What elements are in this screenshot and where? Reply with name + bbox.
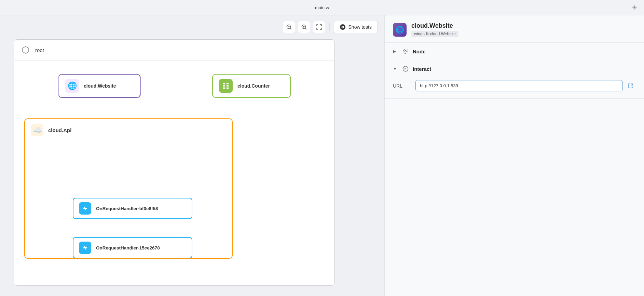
url-field-row: URL	[393, 80, 636, 91]
root-header: root	[14, 40, 334, 61]
svg-rect-17	[223, 85, 225, 87]
node-handler-1[interactable]: OnRequestHandler-bf0e8f58	[73, 198, 192, 219]
interact-section: ▼ Interact URL	[385, 60, 644, 99]
svg-point-25	[405, 51, 407, 52]
svg-line-1	[290, 28, 291, 29]
node-section-icon	[402, 48, 409, 55]
node-section: ▶ Node	[385, 43, 644, 60]
panel-header-icon: 🌐	[393, 23, 407, 37]
canvas-content: root 🌐 cloud.Website	[14, 39, 378, 289]
svg-rect-21	[227, 88, 229, 89]
handler1-icon	[79, 202, 91, 215]
settings-icon[interactable]: ☀	[632, 4, 637, 11]
api-header: ☁️ cloud.Api	[25, 119, 232, 141]
api-label: cloud.Api	[48, 127, 71, 133]
svg-rect-20	[227, 85, 229, 87]
node-section-toggle: ▶	[393, 49, 398, 54]
main-layout: Show tests	[0, 15, 644, 296]
interact-section-icon	[402, 65, 409, 73]
api-icon: ☁️	[31, 124, 43, 136]
toolbar-divider	[329, 23, 330, 31]
svg-point-24	[403, 49, 408, 54]
svg-rect-19	[227, 83, 229, 85]
root-label: root	[35, 47, 44, 53]
zoom-in-button[interactable]	[298, 21, 310, 33]
root-container: root 🌐 cloud.Website	[14, 39, 335, 286]
svg-rect-16	[223, 83, 225, 85]
svg-marker-22	[83, 206, 87, 211]
svg-line-4	[305, 28, 306, 29]
zoom-out-button[interactable]	[283, 21, 295, 33]
eye-icon	[340, 24, 346, 30]
svg-rect-18	[223, 88, 225, 89]
title-bar: main.w ☀	[0, 0, 644, 15]
handler1-label: OnRequestHandler-bf0e8f58	[96, 206, 158, 211]
show-tests-label: Show tests	[348, 24, 372, 30]
website-label: cloud.Website	[84, 83, 116, 89]
interact-section-header[interactable]: ▼ Interact	[385, 60, 644, 77]
root-icon	[20, 44, 31, 55]
toolbar: Show tests	[283, 21, 378, 33]
right-panel: 🌐 cloud.Website wingsdk.cloud.Website ▶ …	[384, 15, 644, 296]
window-title: main.w	[315, 5, 329, 10]
counter-label: cloud.Counter	[237, 83, 270, 89]
panel-title: cloud.Website	[411, 22, 458, 29]
handler2-icon	[79, 242, 91, 254]
url-input-wrapper	[415, 80, 636, 91]
svg-point-9	[342, 27, 343, 28]
interact-section-title: Interact	[413, 66, 431, 72]
website-globe-icon: 🌐	[68, 81, 77, 90]
url-input[interactable]	[415, 80, 623, 91]
interact-section-toggle: ▼	[393, 66, 398, 71]
show-tests-button[interactable]: Show tests	[334, 21, 378, 33]
fit-screen-button[interactable]	[313, 21, 325, 33]
svg-marker-23	[83, 245, 87, 250]
node-handler-2[interactable]: OnRequestHandler-15ce2678	[73, 237, 192, 258]
external-link-button[interactable]	[626, 81, 636, 91]
panel-header-info: cloud.Website wingsdk.cloud.Website	[411, 22, 458, 37]
panel-header: 🌐 cloud.Website wingsdk.cloud.Website	[385, 15, 644, 43]
panel-subtitle: wingsdk.cloud.Website	[411, 31, 458, 37]
handler2-label: OnRequestHandler-15ce2678	[96, 245, 160, 250]
canvas-area: Show tests	[0, 15, 384, 296]
node-api-container: ☁️ cloud.Api OnRequestHandler-bf0e8f58	[24, 118, 233, 259]
node-counter[interactable]: cloud.Counter	[212, 74, 291, 98]
interact-section-content: URL	[385, 77, 644, 98]
node-section-header[interactable]: ▶ Node	[385, 43, 644, 60]
website-icon: 🌐	[65, 79, 79, 93]
url-label: URL	[393, 83, 410, 89]
node-website[interactable]: 🌐 cloud.Website	[58, 74, 140, 98]
node-section-title: Node	[413, 49, 426, 54]
counter-icon	[219, 79, 233, 93]
